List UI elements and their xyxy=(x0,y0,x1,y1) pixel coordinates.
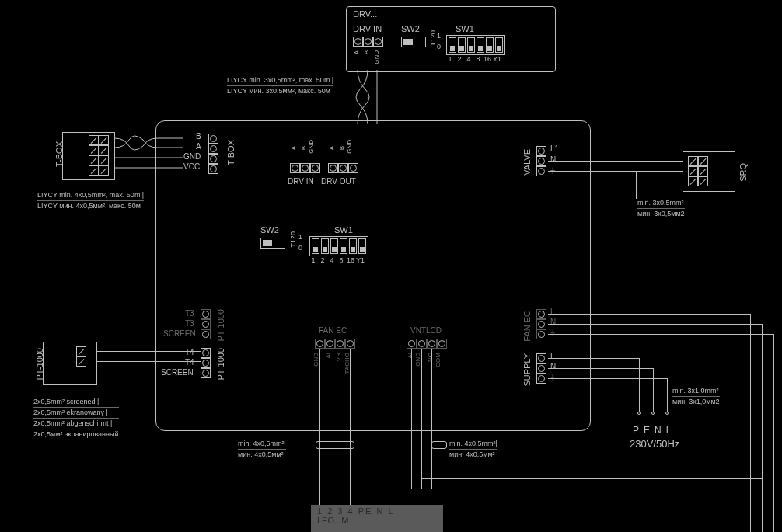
note-line: LIYCY мин. 4x0,5мм², макс. 50м xyxy=(37,202,144,211)
wire xyxy=(548,171,683,172)
valve-terminal xyxy=(536,146,546,156)
pt1000-terminal-gray xyxy=(201,309,211,319)
wire xyxy=(762,324,763,532)
cable-note-min4x05: min. 4x0,5mm²| мин. 4x0,5мм² xyxy=(449,440,497,461)
wire xyxy=(667,378,668,412)
pin-label-gray: T3 xyxy=(185,309,194,318)
fanec-r-terminal xyxy=(536,309,546,319)
wire xyxy=(773,334,774,532)
dip-switch-sw1[interactable]: 1 2 4 8 16 Y1 xyxy=(446,35,505,63)
tbox-terminal xyxy=(208,164,218,174)
drv-terminal xyxy=(373,37,383,47)
dip-num: 2 xyxy=(456,55,463,63)
dip-num: 8 xyxy=(337,256,345,264)
pin-label: ⏚ xyxy=(550,372,555,381)
wire xyxy=(411,349,412,489)
cable-note-liycy4: LIYCY min. 4x0,5mm², max. 50m | LIYCY ми… xyxy=(37,191,144,212)
dip-switch-sw1-board[interactable]: 1 2 4 8 16 Y1 xyxy=(309,236,368,264)
drv-title: DRV... xyxy=(353,9,377,19)
pt1000-external xyxy=(43,342,97,385)
pin-label: SCREEN xyxy=(161,368,194,377)
wire xyxy=(442,349,442,489)
switch-sw2[interactable] xyxy=(401,37,426,47)
pin-label-gray: VR xyxy=(335,353,342,361)
pin-label: ⏚ xyxy=(550,165,555,174)
pin-label: VCC xyxy=(183,162,200,171)
pt1000-terminal-gray xyxy=(201,329,211,339)
cable-note-screened: 2x0,5mm² screened | 2x0,5mm² ekranowany … xyxy=(33,398,119,440)
valve-terminal xyxy=(536,166,546,176)
vntlcd-term-gray xyxy=(427,339,437,349)
pin-label: N xyxy=(550,155,556,164)
supply-terminal xyxy=(536,353,546,363)
wire xyxy=(421,478,763,479)
drv-module: DRV... DRV IN A B GND SW2 T120 1 0 SW1 1… xyxy=(346,6,556,72)
note-line: 2x0,5мм² экранированный xyxy=(33,430,119,440)
fanec-r-terminal xyxy=(536,319,546,329)
pin-label-gray: AI xyxy=(325,353,332,359)
tbox-ext-label: T-BOX xyxy=(54,141,64,167)
bottom-connector-strip: 1 2 3 4 PE N L LEO...M xyxy=(311,505,443,532)
wire xyxy=(431,349,432,489)
pin-label: L xyxy=(550,352,555,360)
pin-label: B xyxy=(363,50,370,54)
cable-tie-icon xyxy=(316,441,354,449)
fan-ec-gray-label: FAN EC xyxy=(319,326,347,335)
wire xyxy=(97,361,201,362)
pin-label: GND xyxy=(183,152,201,161)
sw1-label: SW1 xyxy=(334,225,353,235)
drv-out-label: DRV OUT xyxy=(321,177,356,186)
sw-scale: 1 xyxy=(298,233,302,241)
tbox-terminal xyxy=(208,154,218,164)
drv-in-label: DRV IN xyxy=(288,177,314,186)
note-line: min. 3x1,0mm² xyxy=(672,387,720,397)
drv-terminal xyxy=(348,163,358,173)
drv-terminal xyxy=(338,163,348,173)
dip-num: 1 xyxy=(446,55,454,63)
cable-note-min4x05: min. 4x0,5mm²| мин. 4x0,5мм² xyxy=(238,440,286,461)
supply-label: SUPPLY xyxy=(522,353,532,387)
pin-label: B xyxy=(196,132,201,141)
pt1000-terminal xyxy=(201,358,211,368)
dip-num: 1 xyxy=(309,256,317,264)
srq-label: SRQ xyxy=(738,163,748,182)
pin-label-gray: AI xyxy=(407,353,414,359)
pin-label: L1 xyxy=(550,144,559,153)
pin-label: B xyxy=(338,146,345,150)
pt1000-terminal-gray xyxy=(201,319,211,329)
pin-label: A xyxy=(353,50,360,54)
note-line: min. 4x0,5mm²| xyxy=(449,440,497,450)
sw-scale: 1 xyxy=(437,32,441,40)
pt1000-terminal xyxy=(201,368,211,378)
mains-n: N xyxy=(655,425,666,436)
dip-num: Y1 xyxy=(493,55,501,63)
wire xyxy=(548,358,639,359)
note-line: LIYCY мин. 3x0,5мм², макс. 50м xyxy=(227,87,333,96)
pin-label-gray: GND xyxy=(414,353,421,367)
pin-label: A xyxy=(290,146,297,150)
note-line: LIYCY min. 3x0,5mm², max. 50m | xyxy=(227,76,333,86)
note-line: мин. 3x1,0мм2 xyxy=(672,398,720,407)
wire xyxy=(421,349,422,489)
wire xyxy=(548,161,683,162)
fanec-r-terminal xyxy=(536,329,546,339)
pin-label: A xyxy=(328,146,335,150)
pin-label-gray: SCREEN xyxy=(163,329,196,338)
wire xyxy=(411,489,773,489)
wire xyxy=(548,151,683,151)
wire xyxy=(548,324,762,325)
pin-label: GND xyxy=(346,140,353,154)
tbox-external xyxy=(62,132,115,180)
dip-num: 16 xyxy=(347,256,354,264)
dip-num: 4 xyxy=(328,256,336,264)
valve-label: VALVE xyxy=(522,149,532,176)
leader-line xyxy=(636,171,637,199)
t120-label: T120 xyxy=(289,231,297,248)
sw2-label: SW2 xyxy=(401,24,420,33)
switch-sw2-board[interactable] xyxy=(260,238,285,249)
note-line: мин. 3x0,5мм2 xyxy=(637,210,685,219)
supply-terminal xyxy=(536,374,546,384)
vntlcd-term-gray xyxy=(407,339,417,349)
wire xyxy=(548,378,667,379)
mains-spec: 230V/50Hz xyxy=(630,438,679,450)
